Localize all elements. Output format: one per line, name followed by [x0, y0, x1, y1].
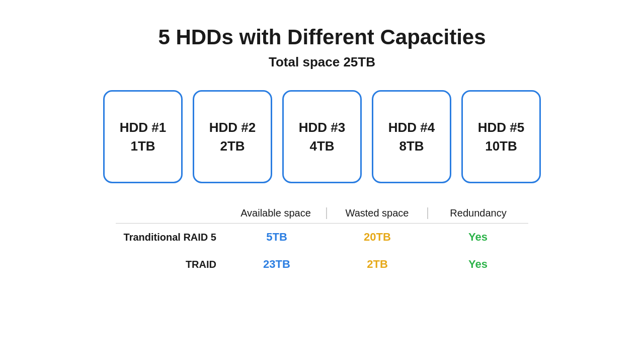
table-row-raid5: Tranditional RAID 5 5TB 20TB Yes: [116, 224, 528, 251]
hdd-label-3: HDD #3 4TB: [299, 118, 345, 155]
hdd-label-1: HDD #1 1TB: [120, 118, 166, 155]
raid5-name: Tranditional RAID 5: [116, 232, 226, 243]
traid-name: TRAID: [116, 259, 226, 270]
hdd-card-4: HDD #4 8TB: [372, 90, 451, 183]
traid-wasted: 2TB: [327, 258, 428, 271]
header-wasted: Wasted space: [327, 207, 427, 219]
subtitle: Total space 25TB: [269, 54, 375, 70]
hdd-card-1: HDD #1 1TB: [103, 90, 183, 183]
hdd-card-2: HDD #2 2TB: [193, 90, 272, 183]
hdd-label-5: HDD #5 10TB: [478, 118, 524, 155]
table-header-row: Available space Wasted space Redundancy: [116, 207, 528, 224]
table-row-traid: TRAID 23TB 2TB Yes: [116, 251, 528, 278]
traid-available: 23TB: [226, 258, 327, 271]
raid5-wasted: 20TB: [327, 231, 428, 244]
hdd-card-5: HDD #5 10TB: [461, 90, 541, 183]
header-available: Available space: [225, 207, 326, 219]
hdd-label-2: HDD #2 2TB: [209, 118, 256, 155]
traid-redundancy: Yes: [428, 258, 528, 271]
hdd-card-3: HDD #3 4TB: [282, 90, 362, 183]
raid5-available: 5TB: [226, 231, 327, 244]
comparison-table: Available space Wasted space Redundancy …: [116, 207, 528, 278]
hdd-row: HDD #1 1TBHDD #2 2TBHDD #3 4TBHDD #4 8TB…: [103, 90, 541, 183]
raid5-redundancy: Yes: [428, 231, 528, 244]
hdd-label-4: HDD #4 8TB: [388, 118, 435, 155]
page-title: 5 HDDs with Different Capacities: [158, 25, 486, 49]
header-redundancy: Redundancy: [428, 207, 528, 219]
